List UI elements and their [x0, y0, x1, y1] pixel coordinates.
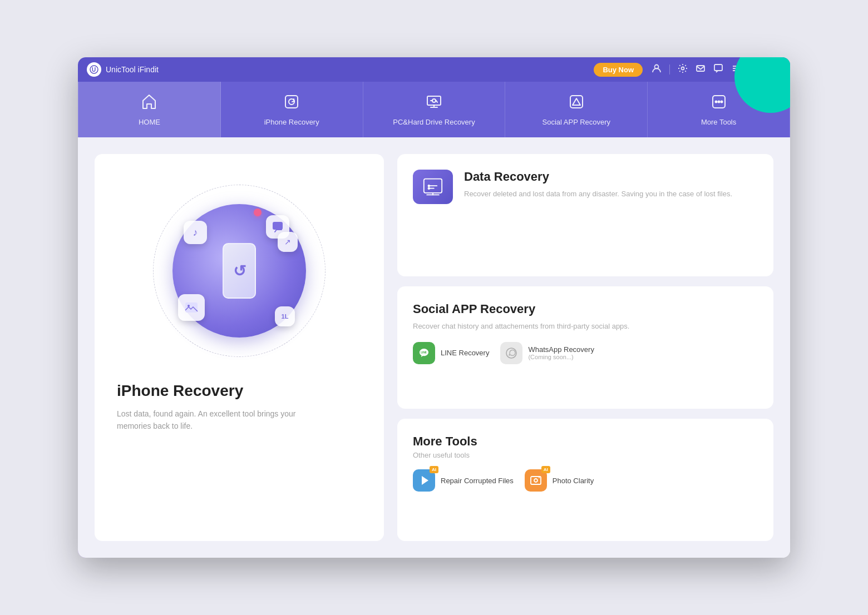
svg-rect-10 — [427, 96, 441, 105]
more-tools-list: AI Repair Corrupted Files AI — [413, 469, 758, 492]
float-share-icon: ↗ — [278, 232, 298, 252]
photo-clarity-item[interactable]: AI Photo Clarity — [525, 469, 594, 492]
whatsapp-recovery-item[interactable]: WhatsApp Recovery (Coming soon...) — [500, 342, 594, 364]
data-recovery-title: Data Recovery — [464, 170, 758, 184]
mail-icon[interactable] — [696, 63, 706, 76]
sep1 — [669, 65, 670, 75]
svg-point-26 — [534, 479, 537, 482]
chat-icon[interactable] — [713, 63, 723, 76]
repair-label: Repair Corrupted Files — [441, 477, 514, 485]
settings-icon[interactable] — [678, 63, 688, 76]
hero-title: iPhone Recovery — [117, 382, 243, 400]
app-title: UnicTool iFindit — [106, 65, 594, 74]
phone-refresh-icon: ↺ — [233, 262, 246, 280]
whatsapp-icon — [500, 342, 522, 364]
refresh-square-icon — [283, 93, 300, 113]
nav-label-home: HOME — [139, 118, 160, 126]
app-window: U UnicTool iFindit Buy Now — [78, 57, 790, 558]
svg-point-22 — [428, 187, 430, 189]
social-apps-list: LINE Recovery WhatsApp Recovery (Com — [413, 342, 758, 364]
nav-item-pc-recovery[interactable]: PC&Hard Drive Recovery — [363, 82, 506, 137]
social-recovery-card: Social APP Recovery Recover chat history… — [397, 286, 773, 409]
float-music-icon: ♪ — [184, 221, 207, 244]
more-tools-title: More Tools — [413, 434, 758, 449]
nav-item-social-recovery[interactable]: Social APP Recovery — [505, 82, 648, 137]
svg-point-27 — [539, 477, 540, 478]
data-recovery-description: Recover deleted and lost data from any d… — [464, 189, 758, 200]
repair-icon: AI — [413, 469, 435, 492]
float-photo-icon — [178, 294, 205, 321]
data-recovery-icon-box — [413, 170, 453, 204]
svg-point-23 — [506, 348, 516, 358]
nav-label-iphone-recovery: iPhone Recovery — [264, 118, 319, 126]
buy-now-button[interactable]: Buy Now — [594, 63, 643, 77]
line-recovery-label: LINE Recovery — [441, 349, 489, 357]
repair-ai-badge: AI — [430, 466, 438, 473]
photo-clarity-icon: AI — [525, 469, 547, 492]
triangle-app-icon — [568, 93, 585, 113]
more-dots-icon — [710, 93, 728, 113]
repair-corrupted-files-item[interactable]: AI Repair Corrupted Files — [413, 469, 514, 492]
home-icon — [140, 93, 158, 113]
user-icon[interactable] — [652, 63, 662, 76]
left-panel: ♪ ↗ 1L — [95, 154, 384, 541]
line-recovery-item[interactable]: LINE Recovery — [413, 342, 489, 364]
svg-point-16 — [721, 101, 722, 103]
right-panel: Data Recovery Recover deleted and lost d… — [397, 154, 773, 541]
nav-label-more-tools: More Tools — [701, 118, 736, 126]
nav-bar: HOME iPhone Recovery — [78, 82, 790, 137]
app-logo: U — [87, 62, 101, 77]
nav-label-social-recovery: Social APP Recovery — [542, 118, 610, 126]
photo-clarity-label: Photo Clarity — [553, 477, 594, 485]
svg-rect-18 — [185, 302, 198, 313]
key-monitor-icon — [425, 93, 443, 113]
whatsapp-recovery-label: WhatsApp Recovery (Coming soon...) — [528, 345, 594, 360]
line-icon — [413, 342, 435, 364]
data-recovery-card: Data Recovery Recover deleted and lost d… — [397, 154, 773, 276]
photo-clarity-ai-badge: AI — [541, 466, 550, 473]
hero-description: Lost data, found again. An excellent too… — [117, 408, 328, 433]
nav-label-pc-recovery: PC&Hard Drive Recovery — [393, 118, 475, 126]
data-recovery-text: Data Recovery Recover deleted and lost d… — [464, 170, 758, 200]
svg-point-14 — [715, 101, 717, 103]
whatsapp-coming-soon: (Coming soon...) — [528, 354, 594, 360]
nav-item-iphone-recovery[interactable]: iPhone Recovery — [221, 82, 363, 137]
social-recovery-description: Recover chat history and attachements fr… — [413, 321, 758, 332]
float-dot — [254, 209, 262, 216]
main-content: ♪ ↗ 1L — [78, 137, 790, 558]
phone-icon: ↺ — [223, 243, 256, 299]
svg-point-21 — [428, 185, 430, 187]
svg-rect-17 — [273, 222, 283, 230]
data-recovery-header: Data Recovery Recover deleted and lost d… — [413, 170, 758, 204]
more-tools-card: More Tools Other useful tools AI Repair … — [397, 419, 773, 541]
svg-rect-5 — [714, 65, 722, 71]
phone-body: ↺ — [223, 243, 256, 299]
float-1l-icon: 1L — [275, 306, 295, 326]
title-bar: U UnicTool iFindit Buy Now — [78, 57, 790, 82]
svg-rect-12 — [570, 96, 583, 108]
hero-illustration: ♪ ↗ 1L — [145, 176, 334, 365]
social-recovery-title: Social APP Recovery — [413, 302, 758, 316]
inner-circle: ♪ ↗ 1L — [172, 204, 306, 338]
svg-marker-24 — [422, 476, 428, 485]
svg-point-15 — [718, 101, 719, 103]
nav-item-home[interactable]: HOME — [78, 82, 221, 137]
svg-text:U: U — [92, 67, 96, 73]
svg-rect-4 — [697, 66, 704, 71]
more-tools-subtitle: Other useful tools — [413, 451, 758, 459]
svg-point-3 — [682, 67, 684, 70]
